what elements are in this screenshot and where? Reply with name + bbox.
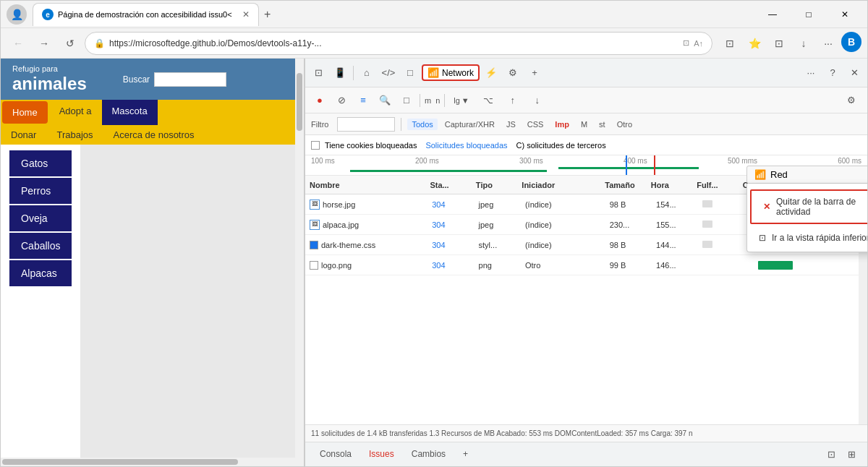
search-input[interactable] xyxy=(154,72,226,87)
tl-300: 300 ms xyxy=(519,157,543,165)
back-button[interactable]: ← xyxy=(7,32,30,55)
record-button[interactable]: ● xyxy=(311,92,328,109)
dt-settings-btn[interactable]: ⚙ xyxy=(503,63,523,83)
nav-home[interactable]: Home xyxy=(2,101,48,124)
reload-button[interactable]: ↺ xyxy=(59,32,82,55)
filter-media[interactable]: M xyxy=(576,119,592,130)
filter-other[interactable]: Otro xyxy=(613,119,637,130)
address-bar[interactable]: 🔒 https://microsoftedge.github.io/Demos/… xyxy=(85,32,712,55)
th-type[interactable]: Tipo xyxy=(472,181,517,189)
network-button[interactable]: 📶 Network xyxy=(422,64,480,81)
dt-elements-button[interactable]: ⌂ xyxy=(357,63,377,83)
horizontal-scrollbar[interactable] xyxy=(1,458,295,466)
th-initiator[interactable]: Iniciador xyxy=(517,181,600,189)
dt-console-btn[interactable]: </> xyxy=(378,63,399,83)
animal-gatos[interactable]: Gatos xyxy=(9,150,72,176)
th-fulfill[interactable]: Fulf... xyxy=(692,181,738,189)
clear-button[interactable]: ⊘ xyxy=(333,92,350,109)
blocked-cookies-check[interactable] xyxy=(311,141,320,150)
minimize-button[interactable]: — xyxy=(756,3,789,26)
search-network-button[interactable]: 🔍 xyxy=(376,92,393,109)
filter-toggle-button[interactable]: ≡ xyxy=(354,92,372,109)
type-jpeg-2: jpeg xyxy=(475,220,521,229)
animal-list: Gatos Perros Oveja Caballos Alpacas xyxy=(1,145,80,466)
maximize-button[interactable]: □ xyxy=(792,3,825,26)
dt-inspect-button[interactable]: ⊡ xyxy=(308,63,328,83)
dt-close-btn[interactable]: ✕ xyxy=(844,63,864,83)
more-tools-button[interactable]: ··· xyxy=(817,32,840,55)
filter-css[interactable]: CSS xyxy=(523,119,548,130)
nt-sep-1 xyxy=(420,94,420,107)
animal-perros[interactable]: Perros xyxy=(9,178,72,204)
screenshot-button[interactable]: □ xyxy=(398,92,415,109)
nav-mascota[interactable]: Mascota xyxy=(102,100,158,125)
close-button[interactable]: ✕ xyxy=(828,3,861,26)
context-menu-title: Red xyxy=(770,169,788,180)
tab-close-button[interactable]: ✕ xyxy=(242,9,250,20)
tab-issues[interactable]: Issues xyxy=(360,445,403,465)
dt-performance-btn[interactable]: ⚡ xyxy=(481,63,501,83)
wifi-upload-btn[interactable]: ⌥ xyxy=(478,90,498,111)
file-name-css: dark-theme.css xyxy=(321,241,375,249)
th-time[interactable]: Hora xyxy=(647,181,692,189)
animal-caballos[interactable]: Caballos xyxy=(9,233,72,259)
vertical-scrollbar[interactable] xyxy=(295,59,304,466)
ctx-menu-item-view[interactable]: ⊡ Ir a la vista rápida inferior xyxy=(747,227,867,249)
dt-sources-btn[interactable]: □ xyxy=(400,63,420,83)
scrollbar-thumb-v[interactable] xyxy=(297,73,302,131)
nt-settings-btn[interactable]: ⚙ xyxy=(841,90,861,111)
animals-label: animales xyxy=(12,74,87,94)
animal-oveja[interactable]: Oveja xyxy=(9,205,72,231)
downloads-button[interactable]: ↓ xyxy=(792,32,815,55)
forward-button[interactable]: → xyxy=(33,32,56,55)
file-name-horse: horse.jpg xyxy=(323,200,355,209)
filter-xhr[interactable]: Capturar/XHR xyxy=(441,119,499,130)
cascade-bar-4 xyxy=(758,261,793,270)
bottom-move-btn[interactable]: ⊡ xyxy=(821,445,841,465)
timeline-dom-loaded xyxy=(626,155,627,175)
edge-button[interactable]: B xyxy=(841,32,861,52)
bottom-pin-btn[interactable]: ⊞ xyxy=(841,445,861,465)
ctx-item-remove-inner[interactable]: ✕ Quitar de la barra de actividad xyxy=(752,191,867,223)
table-row[interactable]: logo.png 304 png Otro 99 B 146... xyxy=(305,255,867,275)
file-icon-img-2: 🖼 xyxy=(310,220,320,230)
nav-adopt-a[interactable]: Adopt a xyxy=(49,100,102,125)
blocked-cookies-checkbox[interactable]: Tiene cookies bloqueadas xyxy=(311,141,417,150)
ctx-remove-label: Quitar de la barra de actividad xyxy=(776,197,867,217)
dt-device-button[interactable]: 📱 xyxy=(330,63,350,83)
tab-changes[interactable]: Cambios xyxy=(403,445,454,465)
nav-acerca[interactable]: Acerca de nosotros xyxy=(103,125,205,145)
upload-btn[interactable]: ↑ xyxy=(503,90,523,111)
th-name[interactable]: Nombre xyxy=(305,181,425,189)
split-btn[interactable]: ⊡ xyxy=(683,38,689,48)
reader-mode-icon[interactable]: A↑ xyxy=(694,39,703,48)
new-tab-button[interactable]: + xyxy=(259,6,276,23)
time-3: 144... xyxy=(652,241,698,249)
dt-add-btn[interactable]: + xyxy=(524,63,545,83)
browser-tab[interactable]: e Página de demostración con accesibilid… xyxy=(33,3,259,26)
filter-st[interactable]: st xyxy=(595,119,610,130)
filter-img[interactable]: Imp xyxy=(550,119,574,130)
dt-more-btn[interactable]: ··· xyxy=(801,63,821,83)
throttle-dropdown[interactable]: lg ▼ xyxy=(449,95,473,106)
download-btn[interactable]: ↓ xyxy=(527,90,548,111)
filter-js[interactable]: JS xyxy=(502,119,520,130)
blocked-requests-label: Solicitudes bloqueadas xyxy=(425,141,507,150)
favorites-button[interactable]: ⭐ xyxy=(743,32,766,55)
tab-add[interactable]: + xyxy=(454,445,477,465)
filter-all[interactable]: Todos xyxy=(407,119,437,130)
scrollbar-thumb-h[interactable] xyxy=(2,459,238,465)
dt-help-btn[interactable]: ? xyxy=(822,63,843,83)
browser-essentials-button[interactable]: ⊡ xyxy=(767,32,791,55)
site-logo-area: Refugio para animales xyxy=(12,64,87,94)
collections-button[interactable]: ⊡ xyxy=(718,32,741,55)
filter-input[interactable] xyxy=(337,117,395,132)
th-status[interactable]: Sta... xyxy=(425,181,471,189)
th-size[interactable]: Tamaño xyxy=(600,181,646,189)
animal-alpacas[interactable]: Alpacas xyxy=(9,260,72,286)
user-avatar[interactable]: 👤 xyxy=(7,4,27,25)
tab-console[interactable]: Consola xyxy=(311,445,360,465)
nav-donar[interactable]: Donar xyxy=(1,125,46,145)
ctx-menu-item-remove[interactable]: ✕ Quitar de la barra de actividad xyxy=(750,189,867,224)
nav-trabajos[interactable]: Trabajos xyxy=(46,125,103,145)
